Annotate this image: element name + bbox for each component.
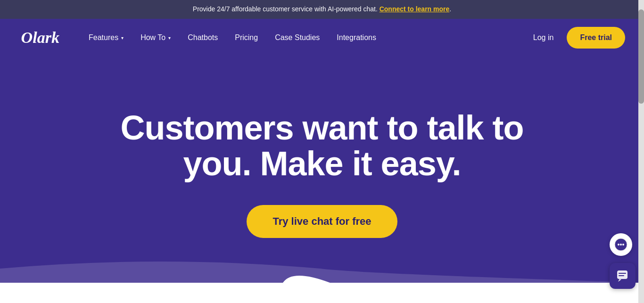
cta-button[interactable]: Try live chat for free [247,205,397,238]
svg-point-4 [622,244,624,246]
svg-point-3 [620,244,622,246]
hero-section: Customers want to talk to you. Make it e… [0,57,644,283]
nav-item-howto[interactable]: How To ▾ [132,19,179,57]
chat-widget-main[interactable] [610,263,636,283]
announcement-text: Provide 24/7 affordable customer service… [193,5,378,13]
svg-text:Olark: Olark [21,29,60,46]
announcement-bar: Provide 24/7 affordable customer service… [0,0,644,19]
nav-links: Features ▾ How To ▾ Chatbots Pricing Cas… [80,19,385,57]
howto-chevron-icon: ▾ [168,35,171,41]
features-chevron-icon: ▾ [121,35,124,41]
hero-title: Customers want to talk to you. Make it e… [120,110,523,181]
svg-point-2 [618,244,619,246]
nav-item-integrations[interactable]: Integrations [328,19,385,57]
login-button[interactable]: Log in [525,33,562,42]
nav-item-pricing[interactable]: Pricing [226,19,266,57]
announcement-suffix: . [449,5,451,13]
free-trial-button[interactable]: Free trial [567,27,625,49]
announcement-link[interactable]: Connect to learn more [380,5,450,13]
chat-widget-small[interactable] [610,233,632,256]
scrollbar-thumb[interactable] [638,9,644,104]
svg-rect-5 [617,270,627,279]
hero-wave [0,254,644,283]
logo[interactable]: Olark [19,24,61,51]
navbar: Olark Features ▾ How To ▾ Chatbots Prici… [0,19,644,57]
nav-item-case-studies[interactable]: Case Studies [266,19,328,57]
nav-right: Log in Free trial [525,27,625,49]
nav-item-features[interactable]: Features ▾ [80,19,132,57]
scrollbar[interactable] [638,0,644,283]
nav-item-chatbots[interactable]: Chatbots [179,19,226,57]
